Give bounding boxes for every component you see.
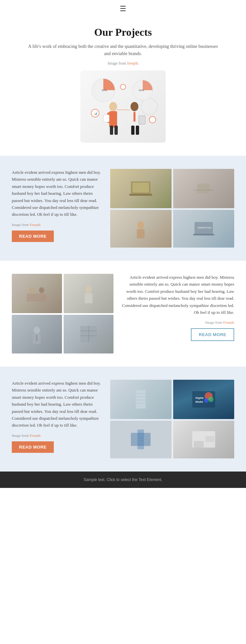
project-1-image-grid: MARKETING	[110, 169, 234, 248]
svg-rect-26	[129, 194, 152, 196]
svg-rect-9	[103, 115, 109, 122]
project-3-image-1	[110, 380, 172, 419]
hero-freepik-link[interactable]: freepik	[127, 61, 138, 66]
svg-rect-31	[137, 229, 145, 238]
project-3-image-4	[173, 421, 235, 458]
svg-point-2	[141, 98, 157, 115]
svg-point-10	[131, 102, 138, 111]
svg-rect-12	[129, 112, 132, 123]
svg-rect-64	[194, 441, 204, 448]
project-1-freepik-link[interactable]: Freepik	[30, 223, 41, 227]
svg-rect-16	[133, 112, 135, 122]
project-1-text-column: Article evident arrived express highest …	[12, 169, 104, 242]
project-1-body: Article evident arrived express highest …	[12, 169, 104, 218]
svg-point-35	[29, 287, 34, 293]
project-section-1: Article evident arrived express highest …	[0, 156, 246, 261]
svg-rect-33	[193, 234, 214, 235]
top-navigation: ☰	[0, 0, 246, 16]
svg-text:Media: Media	[195, 400, 203, 403]
project-2-text-column: Article evident arrived express highest …	[120, 274, 234, 341]
project-2-image-grid	[12, 274, 113, 353]
svg-rect-65	[205, 436, 215, 442]
project-1-layout: Article evident arrived express highest …	[12, 169, 234, 248]
project-2-image-credit: Image from Freepik	[120, 320, 234, 324]
svg-rect-17	[139, 116, 145, 124]
project-1-images-column: MARKETING	[110, 169, 234, 248]
project-3-text-column: Article evident arrived express highest …	[12, 380, 104, 453]
project-3-image-credit: Image from Freepik	[12, 433, 104, 437]
svg-rect-42	[36, 334, 37, 341]
hero-section: Our Projects A life's work of embracing …	[0, 16, 246, 156]
project-3-images-column: DigitalMedia	[110, 380, 234, 458]
project-3-image-3	[110, 421, 172, 458]
project-3-image-2: DigitalMedia	[173, 380, 235, 419]
project-2-read-more-button[interactable]: READ MORE	[191, 328, 234, 341]
svg-rect-37	[27, 293, 47, 302]
project-2-image-4	[64, 315, 114, 353]
svg-point-3	[109, 102, 117, 111]
svg-point-38	[85, 286, 92, 293]
svg-text:MARKETING: MARKETING	[198, 227, 212, 229]
project-3-layout: Article evident arrived express highest …	[12, 380, 234, 458]
project-section-3: Article evident arrived express highest …	[0, 367, 246, 472]
svg-point-30	[137, 221, 144, 229]
project-1-image-1	[110, 169, 172, 208]
svg-point-40	[33, 327, 40, 334]
project-2-body: Article evident arrived express highest …	[120, 274, 234, 316]
project-2-image-1	[12, 274, 62, 313]
svg-rect-47	[136, 390, 146, 409]
svg-rect-15	[136, 126, 139, 135]
project-3-read-more-button[interactable]: READ MORE	[12, 441, 54, 453]
svg-text:Digital: Digital	[195, 396, 203, 399]
svg-rect-27	[133, 183, 149, 192]
hero-illustration: 50% 50% 📊	[80, 70, 166, 143]
svg-rect-8	[114, 126, 118, 135]
footer-text: Sample text. Click to select the Text El…	[84, 477, 162, 482]
svg-point-57	[204, 398, 209, 403]
project-1-image-3	[110, 210, 172, 248]
hero-image-credit: Image from freepik	[26, 61, 220, 66]
svg-point-24	[120, 84, 126, 90]
project-1-image-2	[173, 169, 235, 208]
project-2-layout: Article evident arrived express highest …	[12, 274, 234, 353]
project-2-images-column	[12, 274, 113, 353]
svg-rect-28	[197, 184, 210, 193]
svg-rect-13	[135, 112, 138, 123]
hero-svg: 50% 50% 📊	[84, 74, 162, 139]
svg-point-36	[39, 287, 44, 293]
svg-text:📊: 📊	[94, 111, 98, 115]
hamburger-icon[interactable]: ☰	[120, 5, 126, 13]
hero-subtitle: A life's work of embracing both the crea…	[26, 43, 220, 58]
project-3-image-grid: DigitalMedia	[110, 380, 234, 458]
project-1-image-credit: Image from Freepik	[12, 223, 104, 227]
svg-rect-39	[85, 293, 92, 303]
project-1-image-4: MARKETING	[173, 210, 235, 248]
project-2-image-2	[64, 274, 114, 313]
footer: Sample text. Click to select the Text El…	[0, 472, 246, 488]
svg-point-56	[208, 397, 214, 402]
project-3-body: Article evident arrived express highest …	[12, 380, 104, 429]
project-section-2: Article evident arrived express highest …	[0, 261, 246, 367]
svg-point-23	[149, 116, 156, 123]
project-2-image-3	[12, 315, 62, 353]
project-1-read-more-button[interactable]: READ MORE	[12, 231, 54, 242]
page-title: Our Projects	[26, 26, 220, 38]
svg-text:50%: 50%	[139, 89, 144, 92]
project-3-freepik-link[interactable]: Freepik	[30, 433, 41, 437]
svg-rect-6	[114, 112, 117, 123]
svg-rect-14	[131, 126, 134, 135]
svg-text:50%: 50%	[102, 89, 107, 92]
svg-rect-7	[110, 126, 113, 135]
project-2-freepik-link[interactable]: Freepik	[223, 320, 234, 324]
